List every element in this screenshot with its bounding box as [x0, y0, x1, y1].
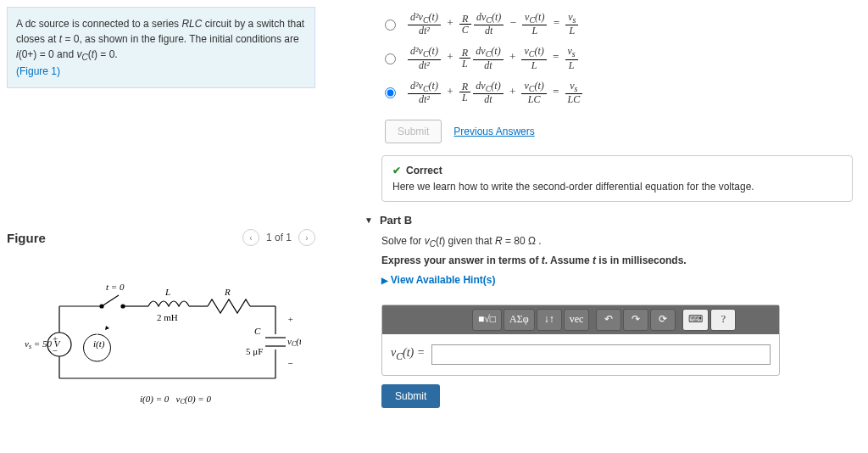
problem-statement: A dc source is connected to a series RLC…: [7, 7, 315, 88]
correct-label: Correct: [406, 165, 442, 176]
check-icon: ✔: [392, 165, 401, 176]
part-b-instruction-2: Express your answer in terms of t. Assum…: [381, 254, 853, 266]
svg-text:−: −: [287, 358, 293, 368]
submit-button-part-a: Submit: [385, 120, 442, 143]
option-2-equation: d²vC(t)dt² + RL dvC(t)dt + vC(t)L = vsL: [408, 46, 578, 70]
svg-line-3: [102, 295, 119, 306]
collapse-icon[interactable]: ▼: [364, 215, 373, 225]
tool-help[interactable]: ?: [710, 309, 736, 331]
problem-text: A dc source is connected to a series RLC…: [16, 18, 304, 60]
figure-title: Figure: [7, 231, 46, 245]
option-1-equation: d²vC(t)dt² + RC dvC(t)dt − vC(t)L = vsL: [408, 12, 578, 36]
answer-prefix: vC(t) =: [391, 346, 425, 362]
figure-link[interactable]: (Figure 1): [16, 65, 60, 77]
option-3-equation: d²vC(t)dt² + RL dvC(t)dt + vC(t)LC = vsL…: [408, 81, 582, 104]
figure-next-button[interactable]: ›: [298, 229, 315, 246]
tool-greek[interactable]: ΑΣφ: [504, 309, 535, 331]
tool-vec[interactable]: vec: [564, 309, 590, 331]
answer-input[interactable]: [431, 344, 771, 365]
svg-text:C: C: [254, 326, 261, 336]
svg-text:+: +: [52, 333, 58, 344]
tool-templates[interactable]: ■√□: [472, 309, 502, 331]
svg-point-4: [100, 305, 103, 308]
tool-keyboard[interactable]: ⌨: [682, 309, 709, 331]
feedback-box: ✔Correct Here we learn how to write the …: [381, 155, 853, 202]
svg-text:2 mH: 2 mH: [157, 312, 178, 322]
svg-text:5 μF: 5 μF: [246, 346, 263, 356]
svg-text:−: −: [52, 345, 58, 355]
option-1-radio[interactable]: [385, 20, 396, 31]
svg-text:t = 0: t = 0: [106, 282, 125, 292]
view-hints-link[interactable]: View Available Hint(s): [381, 274, 495, 286]
svg-text:i(0) = 0   vC(0) = 0: i(0) = 0 vC(0) = 0: [140, 394, 212, 405]
tool-subsup[interactable]: ↓↑: [537, 309, 562, 331]
svg-text:i(t): i(t): [93, 338, 105, 350]
submit-button-part-b[interactable]: Submit: [381, 384, 440, 408]
tool-redo[interactable]: ↷: [623, 309, 648, 331]
part-b-instruction: Solve for vC(t) given that R = 80 Ω .: [381, 235, 853, 249]
circuit-diagram: vs = 50 V + − t = 0 L 2 mH R C 5 μF + vC…: [21, 268, 301, 412]
svg-text:vC(t): vC(t): [287, 336, 301, 348]
svg-text:+: +: [287, 314, 293, 324]
figure-prev-button[interactable]: ‹: [242, 229, 259, 246]
previous-answers-link[interactable]: Previous Answers: [453, 126, 534, 137]
option-2-radio[interactable]: [385, 53, 396, 64]
svg-text:R: R: [224, 287, 231, 297]
part-b-header: Part B: [380, 214, 412, 226]
tool-reset[interactable]: ⟳: [650, 309, 676, 331]
feedback-explanation: Here we learn how to write the second-or…: [392, 181, 842, 193]
answer-box: ■√□ ΑΣφ ↓↑ vec ↶ ↷ ⟳ ⌨ ? vC(t) =: [381, 305, 780, 376]
figure-pager-text: 1 of 1: [266, 232, 292, 243]
svg-text:L: L: [164, 287, 170, 297]
tool-undo[interactable]: ↶: [596, 309, 621, 331]
option-3-radio[interactable]: [385, 87, 396, 98]
